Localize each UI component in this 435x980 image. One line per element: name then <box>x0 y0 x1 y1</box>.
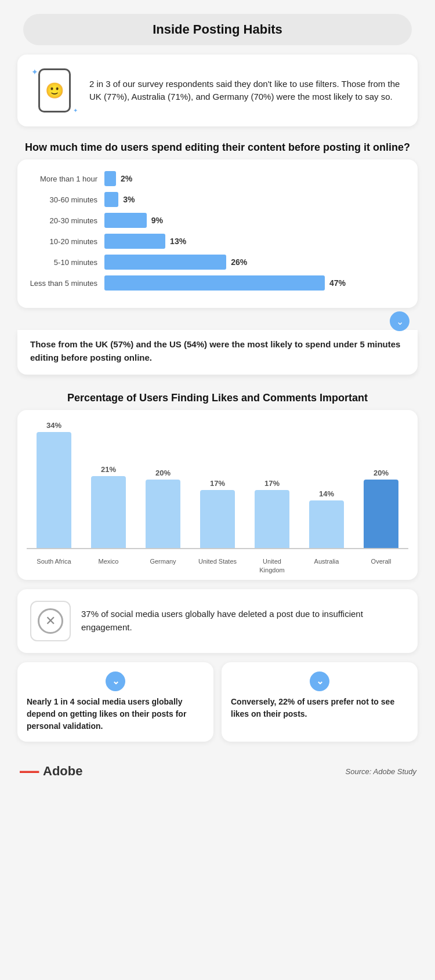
intro-card: ✦ 🙂 ✦ 2 in 3 of our survey respondents s… <box>17 55 418 126</box>
source-text: Source: Adobe Study <box>346 767 416 776</box>
vbar-col: 21% <box>91 465 126 548</box>
bar-row: 30-60 minutes3% <box>17 192 404 207</box>
vbar-name: Mexico <box>88 557 129 574</box>
vertical-chart-title: Percentage of Users Finding Likes and Co… <box>17 391 418 405</box>
bar-fill <box>104 275 325 291</box>
bar-row: More than 1 hour2% <box>17 171 404 186</box>
adobe-logo: ⸻ Adobe <box>19 760 82 783</box>
vbar-bar <box>200 490 235 548</box>
bar-pct: 26% <box>231 257 247 267</box>
chevron-down-button[interactable]: ⌄ <box>390 311 409 331</box>
vbar-name: United States <box>197 557 238 574</box>
vbar-name: Germany <box>143 557 183 574</box>
vbar-col: 14% <box>309 489 344 548</box>
vbar-pct: 17% <box>210 479 225 488</box>
stat-text: 37% of social media users globally have … <box>81 608 405 634</box>
bar-pct: 3% <box>123 195 135 204</box>
bar-track: 2% <box>104 171 404 186</box>
footer: ⸻ Adobe Source: Adobe Study <box>0 751 435 794</box>
chevron-button-area: ⌄ <box>17 308 418 331</box>
bar-fill <box>104 171 116 186</box>
bar-label: 5-10 minutes <box>17 258 104 267</box>
bar-row: 20-30 minutes9% <box>17 213 404 228</box>
chevron-down-left[interactable]: ⌄ <box>106 672 125 691</box>
left-card: ⌄ Nearly 1 in 4 social media users globa… <box>17 662 213 742</box>
page-title-bar: Inside Posting Habits <box>23 14 412 45</box>
bar-label: 30-60 minutes <box>17 195 104 204</box>
bar-row: 5-10 minutes26% <box>17 255 404 270</box>
vbar-name: United Kingdom <box>252 557 292 574</box>
bar-label: 20-30 minutes <box>17 216 104 225</box>
bar-track: 26% <box>104 255 404 270</box>
chevron-down-right[interactable]: ⌄ <box>310 672 329 691</box>
page-title: Inside Posting Habits <box>153 22 282 37</box>
vbar-col: 17% <box>255 479 289 548</box>
bar-track: 13% <box>104 234 404 249</box>
bar-track: 47% <box>104 275 404 291</box>
bar-row: Less than 5 minutes47% <box>17 275 404 291</box>
bar-label: Less than 5 minutes <box>17 279 104 288</box>
bar-pct: 9% <box>151 216 163 225</box>
left-card-text: Nearly 1 in 4 social media users globall… <box>27 696 204 732</box>
vertical-bar-chart: 34%21%20%17%17%14%20% South AfricaMexico… <box>17 410 418 580</box>
horizontal-chart-note: Those from the UK (57%) and the US (54%)… <box>30 338 405 364</box>
adobe-text: Adobe <box>43 764 82 779</box>
vbar-col: 34% <box>37 421 71 548</box>
horizontal-chart-title: How much time do users spend editing the… <box>17 140 418 155</box>
vbar-pct: 34% <box>46 421 61 430</box>
bar-track: 3% <box>104 192 404 207</box>
vbar-col: 17% <box>200 479 235 548</box>
phone-icon-wrap: ✦ 🙂 ✦ <box>31 67 78 114</box>
x-circle-icon: ✕ <box>38 608 63 634</box>
bar-pct: 2% <box>121 174 132 183</box>
stat-card: ✕ 37% of social media users globally hav… <box>17 589 418 653</box>
vbar-pct: 17% <box>264 479 280 488</box>
vbar-bar <box>364 480 398 548</box>
horizontal-bar-chart: More than 1 hour2%30-60 minutes3%20-30 m… <box>17 159 418 308</box>
intro-text: 2 in 3 of our survey respondents said th… <box>89 78 404 104</box>
right-card-text: Conversely, 22% of users prefer not to s… <box>231 696 408 720</box>
vbar-bar <box>255 490 289 548</box>
vbar-name: South Africa <box>34 557 74 574</box>
two-col-cards: ⌄ Nearly 1 in 4 social media users globa… <box>17 662 418 742</box>
adobe-icon: ⸻ <box>19 760 38 783</box>
sparkle-icon-tl: ✦ <box>31 67 38 77</box>
bar-fill <box>104 234 165 249</box>
bar-row: 10-20 minutes13% <box>17 234 404 249</box>
vbar-pct: 14% <box>319 489 334 498</box>
vbar-pct: 21% <box>101 465 116 474</box>
sparkle-icon-br: ✦ <box>73 107 78 114</box>
vbar-name: Overall <box>361 557 401 574</box>
bar-pct: 47% <box>329 278 346 288</box>
vbar-pct: 20% <box>155 469 171 477</box>
bar-fill <box>104 255 226 270</box>
smiley-icon: 🙂 <box>45 82 64 100</box>
vbar-pct: 20% <box>374 469 389 477</box>
delete-icon-wrap: ✕ <box>30 601 71 641</box>
right-card: ⌄ Conversely, 22% of users prefer not to… <box>222 662 418 742</box>
bar-pct: 13% <box>170 237 186 246</box>
vbar-col: 20% <box>364 469 398 548</box>
vbar-bar <box>37 432 71 548</box>
bar-label: More than 1 hour <box>17 175 104 183</box>
phone-icon: 🙂 <box>38 68 71 112</box>
vbar-bar <box>91 476 126 548</box>
vbar-bar <box>146 480 180 548</box>
bar-label: 10-20 minutes <box>17 237 104 246</box>
vbar-name: Australia <box>306 557 347 574</box>
vbar-bar <box>309 500 344 548</box>
bar-track: 9% <box>104 213 404 228</box>
bar-fill <box>104 213 147 228</box>
bar-fill <box>104 192 118 207</box>
vbar-col: 20% <box>146 469 180 548</box>
